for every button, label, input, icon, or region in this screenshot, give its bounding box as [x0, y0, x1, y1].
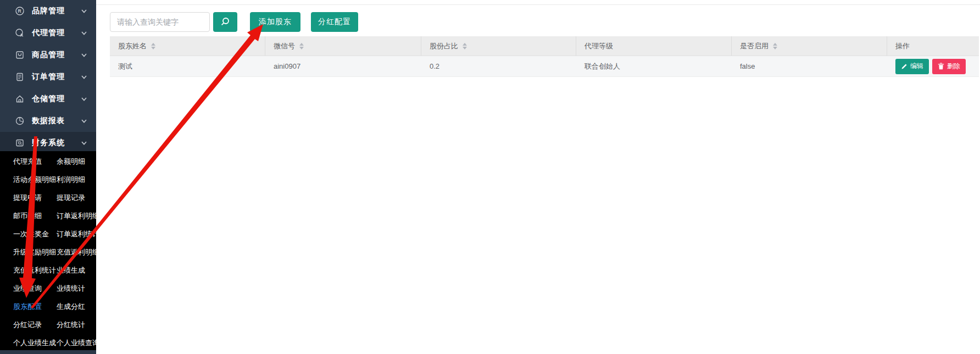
dividend-config-button[interactable]: 分红配置 [311, 12, 358, 32]
submenu-row: 分红记录 分红统计 [13, 316, 96, 334]
submenu-item[interactable]: 业绩生成 [57, 266, 85, 275]
sidebar-item-agent[interactable]: 代理管理 [0, 22, 96, 44]
column-header-share-ratio[interactable]: 股份占比 [421, 36, 576, 56]
chevron-down-icon [81, 30, 87, 36]
add-shareholder-button[interactable]: 添加股东 [250, 12, 300, 32]
submenu-item[interactable]: 业绩查询 [13, 284, 57, 294]
cell-share-ratio: 0.2 [421, 56, 576, 76]
report-icon [15, 116, 25, 126]
submenu-row: 一次性奖金 订单返利统计 [13, 225, 96, 243]
submenu-item[interactable]: 分红统计 [57, 320, 85, 330]
cell-enabled: false [732, 56, 887, 76]
submenu-item[interactable]: 业绩统计 [57, 284, 85, 294]
warehouse-icon [15, 94, 25, 104]
delete-button[interactable]: 删除 [932, 59, 966, 74]
sidebar-item-label: 财务系统 [32, 138, 81, 148]
sidebar-item-warehouse[interactable]: 仓储管理 [0, 88, 96, 110]
chevron-down-icon [81, 96, 87, 102]
column-header-name[interactable]: 股东姓名 [110, 36, 265, 56]
submenu-item[interactable]: 提现申请 [13, 193, 57, 203]
submenu-row: 提现申请 提现记录 [13, 189, 96, 207]
submenu-item[interactable]: 利润明细 [57, 175, 85, 185]
submenu-item[interactable]: 个人业绩查询 [57, 338, 99, 348]
search-input[interactable] [110, 12, 210, 32]
submenu-row: 充值返利统计 业绩生成 [13, 261, 96, 279]
cell-actions: 编辑 删除 [887, 56, 979, 76]
pencil-icon [901, 63, 907, 70]
sidebar-item-label: 订单管理 [32, 72, 81, 82]
sort-icon[interactable] [151, 43, 155, 49]
sort-icon[interactable] [299, 43, 304, 49]
column-header-actions: 操作 [887, 36, 979, 56]
search-icon [220, 16, 231, 27]
search-button[interactable] [213, 12, 237, 32]
submenu-row: 活动余额明细 利润明细 [13, 170, 96, 189]
sort-icon[interactable] [773, 43, 777, 49]
shareholder-table: 股东姓名 微信号 股份占比 代理等级 是否启用 操作 测试 [110, 36, 979, 77]
submenu-item[interactable]: 个人业绩生成 [13, 338, 57, 348]
agent-icon [15, 28, 25, 38]
submenu-row: 股东配置 生成分红 [13, 297, 96, 316]
sidebar-item-label: 品牌管理 [32, 6, 81, 16]
column-header-wechat[interactable]: 微信号 [265, 36, 421, 56]
submenu-item-shareholder-config[interactable]: 股东配置 [13, 302, 57, 312]
submenu-row: 个人业绩生成 个人业绩查询 [13, 334, 96, 352]
edit-button[interactable]: 编辑 [895, 59, 929, 74]
main-content: 添加股东 分红配置 股东姓名 微信号 股份占比 代理等级 是否启用 [96, 0, 980, 354]
chevron-down-icon [81, 52, 87, 58]
order-icon [15, 72, 25, 82]
column-header-agent-level: 代理等级 [576, 36, 732, 56]
submenu-row: 升级奖励明细 充值返利明细 [13, 243, 96, 261]
sidebar-item-product[interactable]: 商品管理 [0, 44, 96, 66]
cell-name: 测试 [110, 56, 265, 76]
sidebar-item-order[interactable]: 订单管理 [0, 66, 96, 88]
table-header-row: 股东姓名 微信号 股份占比 代理等级 是否启用 操作 [110, 36, 979, 56]
column-header-enabled[interactable]: 是否启用 [732, 36, 887, 56]
trash-icon [938, 63, 944, 70]
finance-submenu: 代理充值 余额明细 活动余额明细 利润明细 提现申请 提现记录 邮币明细 订单返… [0, 151, 96, 350]
cell-agent-level: 联合创始人 [576, 56, 732, 76]
cell-wechat: aini0907 [265, 56, 421, 76]
submenu-item[interactable]: 邮币明细 [13, 211, 57, 221]
submenu-row: 业绩查询 业绩统计 [13, 279, 96, 297]
brand-icon: R [15, 6, 25, 16]
submenu-item[interactable]: 提现记录 [57, 193, 85, 203]
product-icon [15, 50, 25, 60]
submenu-item[interactable]: 生成分红 [57, 302, 85, 312]
sidebar-item-label: 仓储管理 [32, 94, 81, 104]
submenu-item[interactable]: 充值返利明细 [57, 247, 99, 257]
submenu-item[interactable]: 余额明细 [57, 157, 85, 167]
sidebar-item-label: 数据报表 [32, 116, 81, 126]
finance-icon [15, 138, 25, 148]
top-divider [96, 4, 980, 5]
sidebar-item-label: 商品管理 [32, 50, 81, 60]
submenu-item[interactable]: 活动余额明细 [13, 175, 57, 185]
svg-text:R: R [18, 8, 21, 14]
sort-icon[interactable] [463, 43, 467, 49]
submenu-row: 代理充值 余额明细 [13, 152, 96, 170]
chevron-down-icon [81, 118, 87, 124]
submenu-item[interactable]: 订单返利明细 [57, 211, 99, 221]
sidebar-item-report[interactable]: 数据报表 [0, 110, 96, 132]
submenu-item[interactable]: 一次性奖金 [13, 229, 57, 239]
submenu-item[interactable]: 分红记录 [13, 320, 57, 330]
submenu-item[interactable]: 订单返利统计 [57, 229, 99, 239]
chevron-down-icon [81, 140, 87, 146]
sidebar-item-brand[interactable]: R 品牌管理 [0, 0, 96, 22]
submenu-item[interactable]: 充值返利统计 [13, 266, 57, 275]
submenu-item[interactable]: 代理充值 [13, 157, 57, 167]
sidebar-item-finance[interactable]: 财务系统 [0, 132, 96, 154]
submenu-row: 邮币明细 订单返利明细 [13, 207, 96, 225]
sidebar-item-label: 代理管理 [32, 28, 81, 38]
sidebar: R 品牌管理 代理管理 商品管理 [0, 0, 96, 354]
submenu-item[interactable]: 升级奖励明细 [13, 247, 57, 257]
chevron-down-icon [81, 8, 87, 14]
table-row: 测试 aini0907 0.2 联合创始人 false 编辑 删除 [110, 56, 979, 77]
chevron-down-icon [81, 74, 87, 80]
